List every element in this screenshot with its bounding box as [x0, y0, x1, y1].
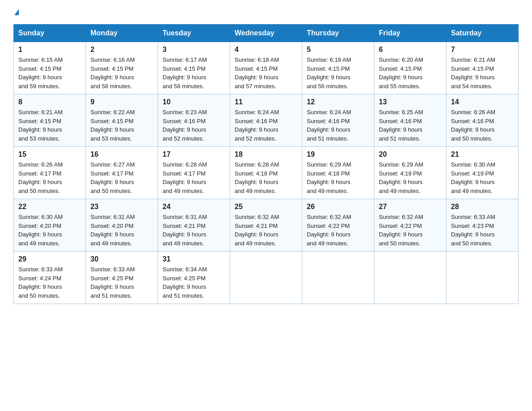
calendar-cell: 22 Sunrise: 6:30 AMSunset: 4:20 PMDaylig… — [14, 199, 86, 252]
day-number: 10 — [163, 98, 225, 106]
calendar-week-row: 29 Sunrise: 6:33 AMSunset: 4:24 PMDaylig… — [14, 252, 519, 304]
weekday-header-sunday: Sunday — [14, 25, 86, 42]
calendar-cell: 31 Sunrise: 6:34 AMSunset: 4:25 PMDaylig… — [158, 252, 230, 304]
day-info: Sunrise: 6:23 AMSunset: 4:16 PMDaylight:… — [163, 109, 207, 142]
day-info: Sunrise: 6:27 AMSunset: 4:17 PMDaylight:… — [90, 161, 135, 194]
day-info: Sunrise: 6:32 AMSunset: 4:22 PMDaylight:… — [379, 214, 423, 247]
day-info: Sunrise: 6:22 AMSunset: 4:15 PMDaylight:… — [90, 109, 135, 142]
day-number: 4 — [235, 46, 297, 54]
calendar-cell: 10 Sunrise: 6:23 AMSunset: 4:16 PMDaylig… — [158, 94, 230, 147]
calendar-cell: 21 Sunrise: 6:30 AMSunset: 4:19 PMDaylig… — [446, 147, 519, 199]
day-info: Sunrise: 6:29 AMSunset: 4:19 PMDaylight:… — [379, 161, 423, 194]
calendar-cell: 20 Sunrise: 6:29 AMSunset: 4:19 PMDaylig… — [374, 147, 446, 199]
calendar-table: SundayMondayTuesdayWednesdayThursdayFrid… — [13, 24, 519, 304]
calendar-cell: 15 Sunrise: 6:26 AMSunset: 4:17 PMDaylig… — [14, 147, 86, 199]
day-number: 22 — [18, 203, 81, 211]
day-info: Sunrise: 6:32 AMSunset: 4:22 PMDaylight:… — [307, 214, 351, 247]
weekday-header-tuesday: Tuesday — [158, 25, 230, 42]
day-info: Sunrise: 6:26 AMSunset: 4:17 PMDaylight:… — [18, 161, 63, 194]
day-info: Sunrise: 6:32 AMSunset: 4:21 PMDaylight:… — [235, 214, 279, 247]
calendar-cell: 23 Sunrise: 6:31 AMSunset: 4:20 PMDaylig… — [86, 199, 158, 252]
calendar-cell: 1 Sunrise: 6:15 AMSunset: 4:15 PMDayligh… — [14, 42, 86, 94]
day-number: 13 — [379, 98, 442, 106]
day-number: 12 — [307, 98, 369, 106]
calendar-cell: 11 Sunrise: 6:24 AMSunset: 4:16 PMDaylig… — [230, 94, 302, 147]
day-info: Sunrise: 6:33 AMSunset: 4:25 PMDaylight:… — [90, 266, 135, 299]
weekday-header-friday: Friday — [374, 25, 446, 42]
weekday-header-wednesday: Wednesday — [230, 25, 302, 42]
day-info: Sunrise: 6:31 AMSunset: 4:20 PMDaylight:… — [90, 214, 135, 247]
calendar-cell: 14 Sunrise: 6:26 AMSunset: 4:16 PMDaylig… — [446, 94, 519, 147]
day-number: 27 — [379, 203, 442, 211]
day-number: 26 — [307, 203, 369, 211]
calendar-cell: 24 Sunrise: 6:31 AMSunset: 4:21 PMDaylig… — [158, 199, 230, 252]
day-number: 14 — [451, 98, 514, 106]
calendar-cell: 4 Sunrise: 6:18 AMSunset: 4:15 PMDayligh… — [230, 42, 302, 94]
day-info: Sunrise: 6:24 AMSunset: 4:16 PMDaylight:… — [307, 109, 351, 142]
day-info: Sunrise: 6:21 AMSunset: 4:15 PMDaylight:… — [451, 56, 495, 90]
day-number: 7 — [451, 46, 514, 54]
calendar-cell: 13 Sunrise: 6:25 AMSunset: 4:16 PMDaylig… — [374, 94, 446, 147]
calendar-cell: 12 Sunrise: 6:24 AMSunset: 4:16 PMDaylig… — [302, 94, 374, 147]
logo — [13, 9, 19, 15]
calendar-cell: 6 Sunrise: 6:20 AMSunset: 4:15 PMDayligh… — [374, 42, 446, 94]
day-number: 1 — [18, 46, 81, 54]
calendar-cell: 8 Sunrise: 6:21 AMSunset: 4:15 PMDayligh… — [14, 94, 86, 147]
day-info: Sunrise: 6:28 AMSunset: 4:17 PMDaylight:… — [163, 161, 207, 194]
day-info: Sunrise: 6:24 AMSunset: 4:16 PMDaylight:… — [235, 109, 279, 142]
calendar-week-row: 8 Sunrise: 6:21 AMSunset: 4:15 PMDayligh… — [14, 94, 519, 147]
day-number: 31 — [163, 255, 225, 263]
day-number: 30 — [90, 255, 153, 263]
calendar-cell — [230, 252, 302, 304]
day-info: Sunrise: 6:33 AMSunset: 4:23 PMDaylight:… — [451, 214, 495, 247]
day-number: 25 — [235, 203, 297, 211]
day-info: Sunrise: 6:25 AMSunset: 4:16 PMDaylight:… — [379, 109, 423, 142]
day-number: 11 — [235, 98, 297, 106]
calendar-cell: 18 Sunrise: 6:28 AMSunset: 4:18 PMDaylig… — [230, 147, 302, 199]
calendar-cell: 9 Sunrise: 6:22 AMSunset: 4:15 PMDayligh… — [86, 94, 158, 147]
calendar-cell — [446, 252, 519, 304]
day-info: Sunrise: 6:19 AMSunset: 4:15 PMDaylight:… — [307, 56, 351, 90]
day-info: Sunrise: 6:33 AMSunset: 4:24 PMDaylight:… — [18, 266, 63, 299]
calendar-cell: 16 Sunrise: 6:27 AMSunset: 4:17 PMDaylig… — [86, 147, 158, 199]
page-header — [13, 9, 519, 15]
day-number: 3 — [163, 46, 225, 54]
calendar-cell: 25 Sunrise: 6:32 AMSunset: 4:21 PMDaylig… — [230, 199, 302, 252]
weekday-header-saturday: Saturday — [446, 25, 519, 42]
calendar-cell: 28 Sunrise: 6:33 AMSunset: 4:23 PMDaylig… — [446, 199, 519, 252]
day-number: 18 — [235, 150, 297, 158]
day-number: 5 — [307, 46, 369, 54]
day-info: Sunrise: 6:16 AMSunset: 4:15 PMDaylight:… — [90, 56, 135, 90]
day-info: Sunrise: 6:34 AMSunset: 4:25 PMDaylight:… — [163, 266, 207, 299]
day-info: Sunrise: 6:31 AMSunset: 4:21 PMDaylight:… — [163, 214, 207, 247]
day-info: Sunrise: 6:18 AMSunset: 4:15 PMDaylight:… — [235, 56, 279, 90]
day-number: 24 — [163, 203, 225, 211]
calendar-cell — [374, 252, 446, 304]
calendar-cell: 27 Sunrise: 6:32 AMSunset: 4:22 PMDaylig… — [374, 199, 446, 252]
calendar-cell: 26 Sunrise: 6:32 AMSunset: 4:22 PMDaylig… — [302, 199, 374, 252]
day-number: 28 — [451, 203, 514, 211]
day-number: 29 — [18, 255, 81, 263]
calendar-cell: 17 Sunrise: 6:28 AMSunset: 4:17 PMDaylig… — [158, 147, 230, 199]
calendar-week-row: 22 Sunrise: 6:30 AMSunset: 4:20 PMDaylig… — [14, 199, 519, 252]
day-info: Sunrise: 6:30 AMSunset: 4:20 PMDaylight:… — [18, 214, 63, 247]
day-number: 6 — [379, 46, 442, 54]
day-info: Sunrise: 6:17 AMSunset: 4:15 PMDaylight:… — [163, 56, 207, 90]
day-info: Sunrise: 6:26 AMSunset: 4:16 PMDaylight:… — [451, 109, 495, 142]
day-number: 21 — [451, 150, 514, 158]
day-number: 20 — [379, 150, 442, 158]
day-number: 23 — [90, 203, 153, 211]
day-info: Sunrise: 6:28 AMSunset: 4:18 PMDaylight:… — [235, 161, 279, 194]
day-number: 19 — [307, 150, 369, 158]
calendar-cell: 5 Sunrise: 6:19 AMSunset: 4:15 PMDayligh… — [302, 42, 374, 94]
calendar-header-row: SundayMondayTuesdayWednesdayThursdayFrid… — [14, 25, 519, 42]
day-number: 15 — [18, 150, 81, 158]
day-info: Sunrise: 6:20 AMSunset: 4:15 PMDaylight:… — [379, 56, 423, 90]
calendar-cell: 2 Sunrise: 6:16 AMSunset: 4:15 PMDayligh… — [86, 42, 158, 94]
weekday-header-thursday: Thursday — [302, 25, 374, 42]
day-number: 9 — [90, 98, 153, 106]
day-number: 8 — [18, 98, 81, 106]
day-info: Sunrise: 6:21 AMSunset: 4:15 PMDaylight:… — [18, 109, 63, 142]
calendar-week-row: 1 Sunrise: 6:15 AMSunset: 4:15 PMDayligh… — [14, 42, 519, 94]
calendar-cell: 19 Sunrise: 6:29 AMSunset: 4:18 PMDaylig… — [302, 147, 374, 199]
